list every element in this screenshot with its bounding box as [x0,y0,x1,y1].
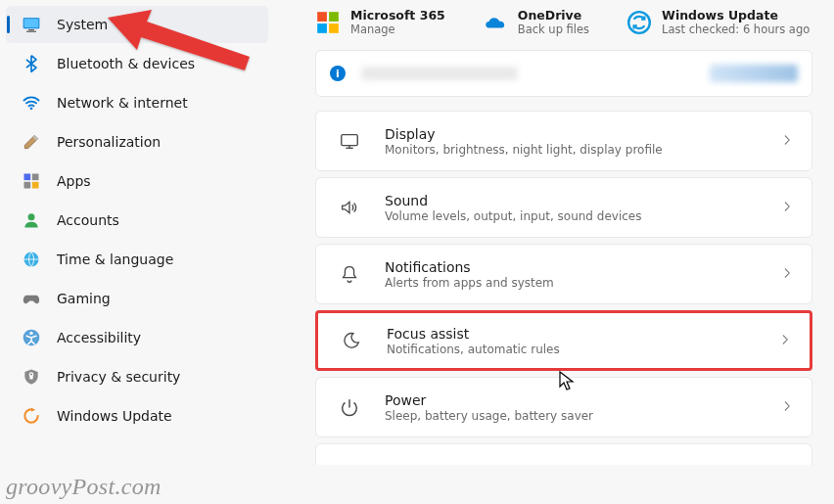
row-power[interactable]: Power Sleep, battery usage, battery save… [315,377,812,437]
top-card-title: Microsoft 365 [350,8,445,23]
row-title: Display [385,126,663,142]
sidebar-item-windows-update[interactable]: Windows Update [6,397,268,435]
power-icon [338,395,361,419]
svg-rect-17 [329,23,339,33]
svg-rect-14 [317,12,327,22]
svg-point-12 [29,332,32,335]
sidebar-item-system[interactable]: System [6,6,268,43]
row-sound[interactable]: Sound Volume levels, output, input, soun… [315,177,812,238]
row-notifications[interactable]: Notifications Alerts from apps and syste… [315,244,812,304]
sidebar-item-network[interactable]: Network & internet [6,84,268,121]
svg-rect-16 [317,23,327,33]
row-sub: Monitors, brightness, night light, displ… [385,143,663,157]
svg-rect-7 [24,182,31,189]
sidebar-item-label: Personalization [57,134,161,150]
paintbrush-icon [22,132,41,152]
svg-rect-19 [342,135,358,146]
sidebar-item-label: Windows Update [57,408,172,424]
sidebar-item-label: Apps [57,173,91,189]
top-card-windows-update[interactable]: Windows Update Last checked: 6 hours ago [626,8,810,36]
row-title: Power [385,392,593,408]
svg-point-18 [628,12,650,33]
sidebar-item-label: Network & internet [57,95,188,111]
wifi-icon [22,93,41,113]
info-banner[interactable]: i [315,50,812,97]
redacted-action [710,65,798,82]
gamepad-icon [22,289,41,308]
watermark: groovyPost.com [6,474,162,500]
sidebar-item-accessibility[interactable]: Accessibility [6,319,268,356]
row-sub: Alerts from apps and system [385,276,554,290]
top-cards-row: Microsoft 365 Manage OneDrive Back up fi… [315,8,812,36]
top-card-sub: Back up files [518,23,589,36]
top-card-microsoft365[interactable]: Microsoft 365 Manage [315,8,445,36]
top-card-sub: Manage [350,23,445,36]
row-sub: Notifications, automatic rules [387,343,560,356]
svg-rect-1 [24,19,39,27]
chevron-right-icon [778,332,792,350]
row-sub: Sleep, battery usage, battery saver [385,409,593,423]
svg-rect-5 [24,174,31,181]
row-title: Notifications [385,259,554,275]
chevron-right-icon [780,398,794,417]
sidebar-item-personalization[interactable]: Personalization [6,123,268,160]
sidebar-item-bluetooth[interactable]: Bluetooth & devices [6,45,268,82]
top-card-onedrive[interactable]: OneDrive Back up files [483,8,589,36]
top-card-title: Windows Update [662,8,810,23]
sidebar-item-time[interactable]: Time & language [6,241,268,278]
system-icon [22,15,41,34]
svg-rect-3 [26,31,36,32]
main-panel: Microsoft 365 Manage OneDrive Back up fi… [274,0,834,504]
row-sub: Volume levels, output, input, sound devi… [385,209,641,223]
top-card-title: OneDrive [518,8,589,23]
accessibility-icon [22,328,41,347]
bell-icon [338,262,361,286]
row-title: Sound [385,193,641,208]
microsoft-logo-icon [315,10,341,35]
info-icon: i [330,66,346,81]
sidebar-item-label: Time & language [57,252,173,267]
sidebar-item-label: Privacy & security [57,369,180,385]
bluetooth-icon [22,54,41,73]
apps-icon [22,171,41,191]
svg-rect-2 [28,29,34,30]
sidebar-item-label: Accounts [57,212,119,228]
sidebar-item-accounts[interactable]: Accounts [6,202,268,239]
globe-clock-icon [22,250,41,269]
top-card-sub: Last checked: 6 hours ago [662,23,810,36]
svg-rect-8 [32,182,39,189]
sidebar-item-apps[interactable]: Apps [6,162,268,200]
sidebar-item-gaming[interactable]: Gaming [6,280,268,317]
sidebar-item-label: Bluetooth & devices [57,56,195,71]
row-title: Focus assist [387,326,560,342]
sidebar: System Bluetooth & devices Network & int… [0,0,274,504]
chevron-right-icon [780,265,794,284]
row-display[interactable]: Display Monitors, brightness, night ligh… [315,111,812,171]
onedrive-icon [483,10,508,35]
chevron-right-icon [780,199,794,217]
svg-rect-15 [329,12,339,22]
update-icon [22,406,41,426]
monitor-icon [338,129,361,153]
moon-icon [340,329,363,352]
redacted-text [361,67,518,80]
shield-icon [22,367,41,387]
sidebar-item-label: Accessibility [57,330,141,345]
svg-rect-6 [32,174,39,181]
row-partial-next[interactable] [315,443,812,465]
svg-point-9 [28,213,35,220]
svg-point-4 [30,108,33,111]
sidebar-item-privacy[interactable]: Privacy & security [6,358,268,395]
row-focus-assist[interactable]: Focus assist Notifications, automatic ru… [315,310,812,371]
chevron-right-icon [780,132,794,151]
person-icon [22,210,41,230]
sound-icon [338,196,361,219]
sidebar-item-label: System [57,17,108,32]
sidebar-item-label: Gaming [57,291,111,306]
update-sync-icon [626,10,652,35]
